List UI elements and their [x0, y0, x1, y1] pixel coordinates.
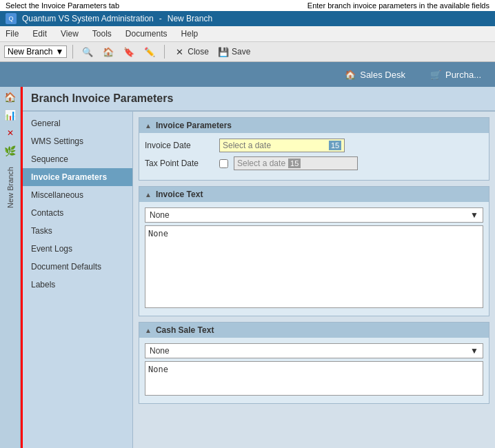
menu-view[interactable]: View [58, 28, 81, 40]
cash-sale-dropdown-value: None [150, 346, 170, 356]
page-title-bar: Branch Invoice Parameters [23, 87, 495, 112]
nav-event-logs[interactable]: Event Logs [23, 240, 132, 258]
cash-sale-dropdown[interactable]: None ▼ [145, 343, 483, 358]
menu-help[interactable]: Help [179, 28, 201, 40]
invoice-text-header[interactable]: ▲ Invoice Text [139, 187, 489, 202]
search-button[interactable]: 🔍 [79, 44, 97, 59]
invoice-date-field[interactable]: 15 [219, 139, 345, 152]
nav-miscellaneous[interactable]: Miscellaneous [23, 186, 132, 204]
title-separator: - [159, 14, 162, 23]
home-button[interactable]: 🏠 [99, 44, 117, 59]
main-layout: 🏠 📊 ✕ 🌿 New Branch Branch Invoice Parame… [0, 87, 495, 448]
invoice-params-chevron: ▲ [145, 122, 152, 130]
sidebar-close-x[interactable]: ✕ [3, 125, 18, 141]
invoice-text-dropdown-value: None [150, 210, 170, 220]
cash-sale-text-area[interactable]: None [145, 361, 483, 396]
page-title: Branch Invoice Parameters [31, 92, 173, 104]
annotation-left: Select the Invoice Parameters tab [6, 1, 119, 10]
menu-tools[interactable]: Tools [90, 28, 114, 40]
save-icon: 💾 [217, 45, 230, 58]
invoice-text-chevron: ▲ [145, 191, 152, 198]
title-context: New Branch [168, 14, 212, 23]
sales-desk-label: Sales Desk [360, 70, 405, 80]
nav-invoice-parameters[interactable]: Invoice Parameters [23, 168, 132, 186]
save-label: Save [232, 47, 250, 57]
nav-sequence[interactable]: Sequence [23, 150, 132, 168]
cash-sale-chevron: ▲ [145, 327, 152, 334]
search-icon: 🔍 [81, 45, 94, 58]
invoice-parameters-section: ▲ Invoice Parameters Invoice Date 15 [139, 117, 489, 181]
save-button[interactable]: 💾 Save [214, 44, 253, 59]
new-branch-dropdown[interactable]: New Branch ▼ [4, 45, 67, 58]
sidebar-chart-icon[interactable]: 📊 [3, 108, 18, 123]
close-label: Close [188, 47, 209, 57]
nav-labels[interactable]: Labels [23, 276, 132, 294]
purchase-icon: 🛒 [430, 70, 441, 80]
toolbar-separator-2 [164, 45, 165, 59]
menu-file[interactable]: File [3, 28, 21, 40]
invoice-parameters-header[interactable]: ▲ Invoice Parameters [139, 118, 489, 133]
toolbar: New Branch ▼ 🔍 🏠 🔖 ✏️ ✕ Close 💾 Save [0, 42, 495, 62]
nav-content: General WMS Settings Sequence Invoice Pa… [23, 112, 495, 448]
sidebar-branch-icon[interactable]: 🌿 [3, 143, 18, 159]
sidebar-new-branch-label: New Branch [6, 167, 14, 208]
invoice-params-title: Invoice Parameters [156, 121, 232, 130]
invoice-text-title: Invoice Text [156, 190, 203, 199]
app-icon: Q [6, 13, 17, 24]
invoice-text-area[interactable]: None [145, 225, 483, 308]
cash-sale-text-body: None ▼ None [139, 338, 489, 403]
nav-document-defaults[interactable]: Document Defaults [23, 258, 132, 276]
new-branch-label: New Branch [8, 47, 52, 57]
menu-documents[interactable]: Documents [123, 28, 170, 40]
invoice-text-section: ▲ Invoice Text None ▼ None [139, 186, 489, 316]
title-bar: Q Quantum VS System Administration - New… [0, 11, 495, 26]
left-nav: General WMS Settings Sequence Invoice Pa… [23, 112, 133, 448]
purchase-tab[interactable]: 🛒 Purcha... [425, 67, 487, 83]
nav-contacts[interactable]: Contacts [23, 204, 132, 222]
vertical-sidebar: 🏠 📊 ✕ 🌿 New Branch [0, 87, 21, 448]
menu-bar: File Edit View Tools Documents Help [0, 26, 495, 42]
nav-general[interactable]: General [23, 114, 132, 132]
cash-sale-title: Cash Sale Text [156, 325, 214, 335]
dropdown-arrow: ▼ [55, 47, 63, 57]
nav-wms-settings[interactable]: WMS Settings [23, 132, 132, 150]
tax-point-checkbox[interactable] [219, 159, 228, 168]
close-button[interactable]: ✕ Close [170, 44, 212, 59]
annotation-right: Enter branch invoice parameters in the a… [307, 1, 489, 10]
tax-point-date-row: Tax Point Date Select a date 15 [145, 156, 483, 170]
sidebar-home-icon[interactable]: 🏠 [3, 90, 18, 105]
tax-point-placeholder: Select a date [237, 159, 285, 168]
tax-point-date-field: Select a date 15 [234, 156, 358, 170]
sales-desk-icon: 🏠 [345, 70, 356, 80]
toolbar-separator-1 [72, 45, 73, 59]
eraser-icon: ✏️ [143, 45, 156, 58]
top-header: 🏠 Sales Desk 🛒 Purcha... [0, 62, 495, 87]
cash-sale-text-header[interactable]: ▲ Cash Sale Text [139, 323, 489, 338]
tax-point-label: Tax Point Date [145, 159, 214, 168]
bookmark-button[interactable]: 🔖 [120, 44, 138, 59]
app-name: Quantum VS System Administration [22, 14, 154, 23]
nav-tasks[interactable]: Tasks [23, 222, 132, 240]
invoice-date-row: Invoice Date 15 [145, 139, 483, 152]
menu-edit[interactable]: Edit [30, 28, 50, 40]
cash-sale-text-section: ▲ Cash Sale Text None ▼ None [139, 322, 489, 404]
home-icon: 🏠 [102, 45, 114, 58]
annotation-bar: Select the Invoice Parameters tab Enter … [0, 0, 495, 11]
close-icon: ✕ [173, 45, 185, 58]
invoice-text-dropdown[interactable]: None ▼ [145, 207, 483, 223]
content-area: Branch Invoice Parameters General WMS Se… [23, 87, 495, 448]
sales-desk-tab[interactable]: 🏠 Sales Desk [339, 67, 411, 83]
right-content: ▲ Invoice Parameters Invoice Date 15 [133, 112, 495, 448]
invoice-text-body: None ▼ None [139, 202, 489, 316]
invoice-date-label: Invoice Date [145, 141, 214, 150]
cash-sale-dropdown-arrow: ▼ [470, 346, 478, 356]
invoice-date-calendar-icon[interactable]: 15 [329, 141, 341, 150]
bookmark-icon: 🔖 [123, 45, 135, 58]
invoice-text-dropdown-arrow: ▼ [470, 210, 478, 220]
purchase-label: Purcha... [445, 70, 481, 80]
invoice-date-input[interactable] [223, 141, 326, 150]
eraser-button[interactable]: ✏️ [141, 44, 159, 59]
tax-point-calendar-icon: 15 [288, 159, 301, 168]
invoice-params-body: Invoice Date 15 Tax Point Date Select [139, 133, 489, 180]
